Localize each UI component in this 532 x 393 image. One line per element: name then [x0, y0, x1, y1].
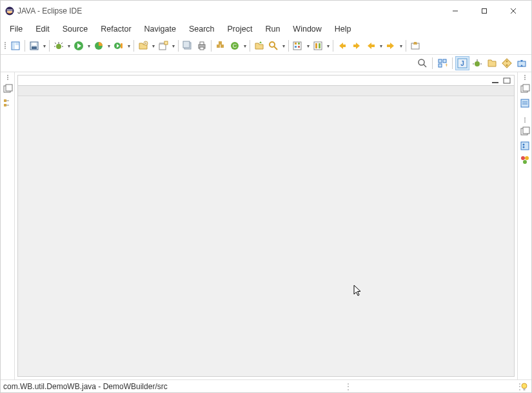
save-button[interactable]	[27, 39, 41, 53]
close-button[interactable]	[498, 2, 527, 20]
svg-rect-48	[295, 46, 297, 48]
coverage-button[interactable]	[92, 39, 106, 53]
menu-edit[interactable]: Edit	[29, 23, 56, 35]
svg-text:+: +	[445, 62, 448, 68]
trim-grip-icon	[523, 117, 527, 123]
print-button[interactable]	[195, 39, 209, 53]
maximize-view-icon[interactable]	[502, 77, 511, 85]
svg-marker-53	[339, 43, 343, 49]
main-toolbar: ▾ ▾ ▾ ▾ ▾ ▾ ▾ C ▾ ▾	[1, 37, 531, 55]
back-button[interactable]	[364, 39, 378, 53]
svg-rect-25	[121, 43, 123, 48]
menu-run[interactable]: Run	[259, 23, 286, 35]
svg-text:C: C	[233, 43, 237, 49]
next-annotation-button[interactable]	[350, 39, 364, 53]
trim-grip-icon	[523, 75, 527, 80]
dropdown-icon[interactable]: ▾	[378, 42, 384, 49]
task-list-view-icon[interactable]	[520, 98, 530, 108]
new-java-class-button[interactable]: C	[228, 39, 242, 53]
outline-view-icon[interactable]	[520, 141, 530, 151]
separator-icon	[288, 40, 289, 52]
menu-window[interactable]: Window	[286, 23, 328, 35]
svg-point-43	[270, 42, 275, 47]
svg-rect-36	[200, 47, 204, 50]
svg-rect-92	[523, 127, 529, 134]
open-perspective-icon[interactable]: +	[435, 56, 449, 70]
menu-project[interactable]: Project	[221, 23, 259, 35]
status-grip-icon: ⋮	[344, 382, 348, 391]
svg-rect-62	[438, 59, 442, 63]
problems-view-icon[interactable]	[520, 155, 530, 165]
resource-perspective-button[interactable]	[485, 56, 499, 70]
restore-view-icon[interactable]	[520, 126, 530, 137]
tip-of-day-icon[interactable]	[520, 382, 529, 391]
svg-rect-81	[4, 104, 6, 106]
toggle-mark-button[interactable]	[291, 39, 305, 53]
svg-rect-84	[492, 82, 498, 83]
dropdown-icon[interactable]: ▾	[41, 42, 47, 49]
dropdown-icon[interactable]: ▾	[242, 42, 248, 49]
new-java-project-button[interactable]	[136, 39, 150, 53]
svg-point-96	[521, 156, 525, 160]
dropdown-icon[interactable]: ▾	[325, 42, 331, 49]
dropdown-icon[interactable]: ▾	[106, 42, 112, 49]
svg-rect-85	[504, 78, 510, 83]
svg-line-18	[55, 43, 56, 44]
dropdown-icon[interactable]: ▾	[126, 42, 132, 49]
forward-button[interactable]	[384, 39, 398, 53]
prev-annotation-button[interactable]	[335, 39, 350, 53]
minimize-view-icon[interactable]	[491, 77, 500, 85]
dropdown-icon[interactable]: ▾	[281, 42, 286, 49]
dropdown-icon[interactable]: ▾	[66, 42, 72, 49]
minimize-button[interactable]	[440, 2, 469, 20]
java-perspective-button[interactable]: J	[455, 56, 469, 70]
restore-view-icon[interactable]	[520, 84, 530, 94]
new-java-package-button[interactable]	[213, 39, 228, 53]
menu-help[interactable]: Help	[328, 23, 358, 35]
toolbar-grip-icon	[3, 42, 7, 49]
editor-tab-controls	[18, 76, 514, 86]
svg-rect-31	[164, 41, 168, 45]
debug-button[interactable]	[52, 39, 66, 53]
team-sync-perspective-button[interactable]	[515, 56, 529, 70]
pin-editor-button[interactable]	[408, 39, 422, 53]
dropdown-icon[interactable]: ▾	[150, 42, 156, 49]
editor-body[interactable]	[18, 96, 514, 376]
search-button[interactable]	[266, 39, 281, 53]
svg-rect-87	[523, 85, 529, 91]
run-button[interactable]	[72, 39, 86, 53]
separator-icon	[25, 40, 25, 52]
svg-rect-35	[200, 42, 204, 45]
package-explorer-view-icon[interactable]	[3, 98, 13, 108]
menu-file[interactable]: File	[3, 23, 29, 35]
svg-line-61	[424, 65, 426, 67]
separator-icon	[406, 40, 406, 52]
maximize-button[interactable]	[469, 2, 498, 20]
svg-rect-52	[319, 43, 320, 48]
dropdown-icon[interactable]: ▾	[86, 42, 92, 49]
dropdown-icon[interactable]: ▾	[398, 42, 404, 49]
restore-view-icon[interactable]	[3, 84, 13, 94]
quick-access-search-icon[interactable]	[415, 56, 429, 70]
dropdown-icon[interactable]: ▾	[305, 42, 311, 49]
cursor-icon	[353, 285, 362, 297]
open-type-button[interactable]	[252, 39, 266, 53]
svg-rect-2	[7, 11, 13, 12]
menu-navigate[interactable]: Navigate	[138, 23, 182, 35]
separator-icon	[452, 57, 453, 69]
svg-line-19	[61, 43, 63, 44]
debug-perspective-button[interactable]	[470, 56, 484, 70]
open-perspective-button[interactable]	[8, 39, 23, 53]
menu-refactor[interactable]: Refactor	[94, 23, 137, 35]
new-package-button[interactable]	[156, 39, 170, 53]
dropdown-icon[interactable]: ▾	[170, 42, 176, 49]
svg-rect-38	[221, 45, 224, 48]
menu-search[interactable]: Search	[182, 23, 221, 35]
git-perspective-button[interactable]	[500, 56, 514, 70]
svg-line-44	[274, 46, 277, 50]
toggle-block-button[interactable]	[311, 39, 325, 53]
run-last-button[interactable]	[112, 39, 126, 53]
svg-marker-55	[356, 43, 360, 49]
save-all-button[interactable]	[181, 39, 195, 53]
menu-source[interactable]: Source	[56, 23, 95, 35]
